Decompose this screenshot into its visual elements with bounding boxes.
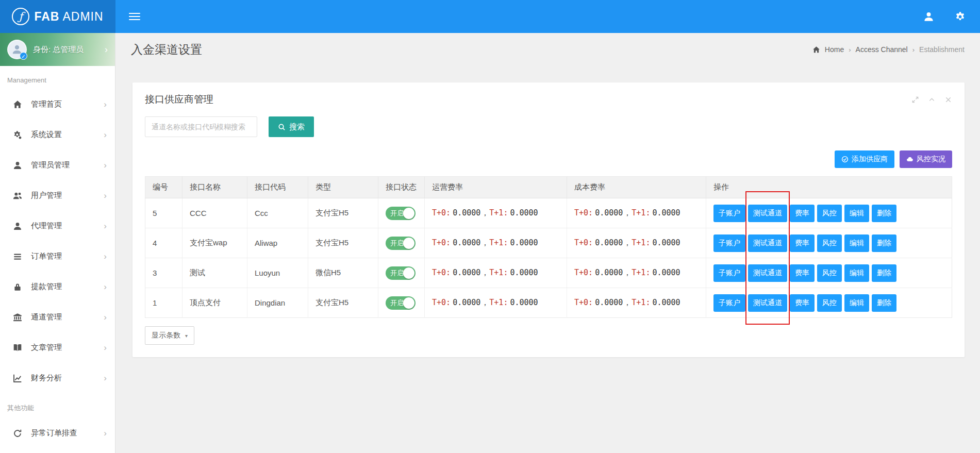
sidebar-item-label: 文章管理 [31,343,62,353]
risk-live-button[interactable]: 风控实况 [900,150,952,168]
home-icon [812,46,820,54]
cell-op-rate: T+0:0.0000，T+1:0.0000 [425,228,567,258]
action-rate-button[interactable]: 费率 [790,264,815,282]
sidebar-item-article[interactable]: 文章管理› [0,332,115,363]
rate-t1-value: 0.0000 [510,208,538,217]
rate-t0-label: T+0: [574,298,593,307]
cell-actions: 子账户测试通道费率风控编辑删除 [706,228,952,258]
rate-t0-value: 0.0000 [595,238,623,247]
toolbar-row: 添加供应商 风控实况 [145,150,952,168]
cell-code: Dingdian [247,288,308,318]
cell-op-rate: T+0:0.0000，T+1:0.0000 [425,288,567,318]
col-header-code: 接口代码 [247,177,308,198]
rate-t1-value: 0.0000 [510,298,538,307]
page-size-dropdown[interactable]: 显示条数 ▾ [145,326,194,345]
action-test-channel-button[interactable]: 测试通道 [748,294,787,312]
status-toggle[interactable]: 开启 [386,237,416,250]
table-row: 3测试Luoyun微信H5开启T+0:0.0000，T+1:0.0000T+0:… [145,258,952,288]
profile-banner[interactable]: ✓ 身份: 总管理员 › [0,33,115,66]
sidebar-item-admin[interactable]: 管理员管理› [0,150,115,180]
fullscreen-icon[interactable] [911,96,919,104]
action-rate-button[interactable]: 费率 [790,234,815,252]
sidebar-item-label: 代理管理 [31,221,62,231]
col-header-actions: 操作 [706,177,952,198]
rate-t0-value: 0.0000 [453,208,480,217]
sidebar-item-withdraw[interactable]: 提款管理› [0,272,115,302]
main-content: 入金渠道设置 Home › Access Channel › Establish… [115,33,980,453]
action-delete-button[interactable]: 删除 [872,264,896,282]
action-edit-button[interactable]: 编辑 [844,234,869,252]
search-input[interactable] [145,116,257,137]
rate-t0-label: T+0: [574,238,593,247]
rate-t0-value: 0.0000 [595,208,623,217]
action-rate-button[interactable]: 费率 [790,294,815,312]
action-test-channel-button[interactable]: 测试通道 [748,264,787,282]
chevron-right-icon: › [104,99,107,110]
action-sub-account-button[interactable]: 子账户 [713,264,745,282]
sidebar-item-agent[interactable]: 代理管理› [0,211,115,241]
status-toggle[interactable]: 开启 [386,266,416,280]
rate-t0-value: 0.0000 [595,268,623,277]
action-edit-button[interactable]: 编辑 [844,294,869,312]
cell-name: 测试 [182,258,247,288]
sidebar-item-bank[interactable]: 通道管理› [0,302,115,332]
col-header-status: 接口状态 [378,177,425,198]
search-row: 搜索 [145,116,952,137]
sidebar-item-refresh[interactable]: 异常订单排查› [0,418,115,448]
article-icon [12,343,23,353]
add-supplier-button[interactable]: 添加供应商 [835,150,894,168]
action-sub-account-button[interactable]: 子账户 [713,234,745,252]
action-sub-account-button[interactable]: 子账户 [713,205,745,222]
breadcrumb-home[interactable]: Home [825,45,844,54]
page-header: 入金渠道设置 Home › Access Channel › Establish… [115,33,980,66]
rate-t0-label: T+0: [574,208,593,217]
rate-t1-label: T+1: [489,208,508,217]
action-risk-button[interactable]: 风控 [817,234,842,252]
user-icon[interactable] [923,11,934,22]
breadcrumb-access-channel[interactable]: Access Channel [856,45,908,54]
close-icon[interactable] [944,96,952,104]
col-header-id: 编号 [145,177,182,198]
action-test-channel-button[interactable]: 测试通道 [748,234,787,252]
users-icon [12,191,23,200]
rate-t1-label: T+1: [489,268,508,277]
cell-cost-rate: T+0:0.0000，T+1:0.0000 [567,288,706,318]
action-risk-button[interactable]: 风控 [817,205,842,222]
toggle-knob [403,297,414,309]
sidebar-item-orders[interactable]: 订单管理› [0,241,115,272]
action-risk-button[interactable]: 风控 [817,264,842,282]
sidebar-item-label: 提款管理 [31,282,62,292]
action-delete-button[interactable]: 删除 [872,234,896,252]
sidebar-menu-other: 异常订单排查› [0,418,115,448]
status-toggle-label: 开启 [390,269,404,278]
brand-light: ADMIN [63,10,104,23]
toggle-knob [403,238,414,249]
sidebar-section-label: Management [0,66,115,89]
settings-gear-icon[interactable] [955,11,966,22]
action-edit-button[interactable]: 编辑 [844,205,869,222]
breadcrumb: Home › Access Channel › Establishment [812,45,965,54]
action-sub-account-button[interactable]: 子账户 [713,294,745,312]
collapse-icon[interactable] [928,96,936,104]
action-edit-button[interactable]: 编辑 [844,264,869,282]
risk-cloud-icon [906,156,913,163]
action-risk-button[interactable]: 风控 [817,294,842,312]
panel-title: 接口供应商管理 [145,93,213,106]
sidebar-item-users[interactable]: 用户管理› [0,180,115,211]
action-test-channel-button[interactable]: 测试通道 [748,205,787,222]
action-delete-button[interactable]: 删除 [872,294,896,312]
brand-logo[interactable]: ƒ FAB ADMIN [0,0,115,33]
status-toggle[interactable]: 开启 [386,207,416,220]
cell-actions: 子账户测试通道费率风控编辑删除 [706,258,952,288]
search-button[interactable]: 搜索 [269,116,314,137]
cell-actions: 子账户测试通道费率风控编辑删除 [706,198,952,228]
status-toggle[interactable]: 开启 [386,296,416,310]
chevron-right-icon: › [104,130,107,140]
sidebar-item-home[interactable]: 管理首页› [0,89,115,120]
action-rate-button[interactable]: 费率 [790,205,815,222]
action-delete-button[interactable]: 删除 [872,205,896,222]
sidebar-item-label: 管理首页 [31,99,62,109]
sidebar-item-gears[interactable]: 系统设置› [0,120,115,150]
menu-toggle-icon[interactable] [129,11,140,22]
sidebar-item-finance-chart[interactable]: 财务分析› [0,363,115,393]
